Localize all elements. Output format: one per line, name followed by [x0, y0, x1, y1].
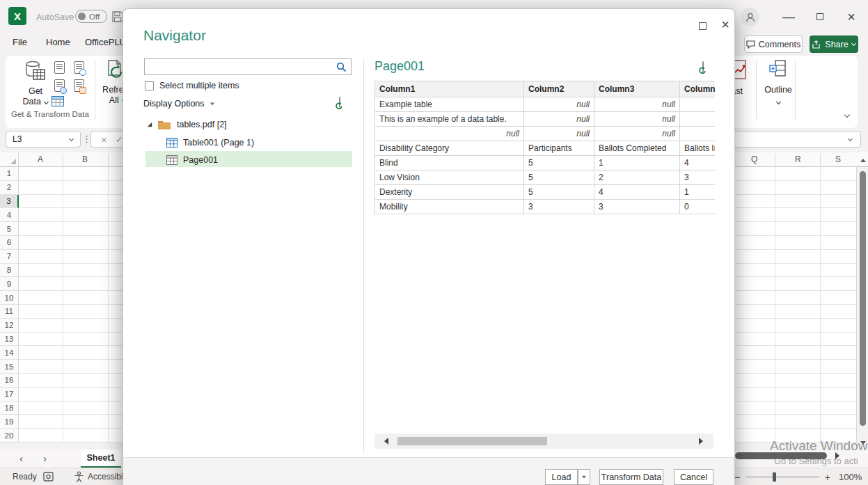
- row-header-19[interactable]: 19: [0, 415, 19, 429]
- maximize-button[interactable]: [810, 7, 830, 26]
- sheet-tab-sheet1[interactable]: Sheet1: [81, 450, 121, 468]
- row-header-18[interactable]: 18: [0, 401, 19, 415]
- preview-scroll-right-icon[interactable]: [699, 438, 703, 445]
- preview-scroll-left-icon[interactable]: [384, 438, 388, 445]
- zoom-level[interactable]: 100%: [839, 472, 862, 482]
- tree-expand-icon[interactable]: [148, 122, 152, 126]
- row-header-2[interactable]: 2: [0, 181, 19, 195]
- tab-file[interactable]: File: [13, 37, 27, 47]
- from-table-icon[interactable]: [52, 96, 64, 106]
- cancel-button[interactable]: Cancel: [674, 469, 713, 485]
- get-data-label-1: Get: [15, 86, 56, 96]
- dialog-maximize-button[interactable]: [694, 17, 711, 34]
- row-header-8[interactable]: 8: [0, 264, 19, 278]
- get-data-button[interactable]: Get Data: [15, 60, 56, 116]
- preview-horizontal-scrollbar[interactable]: [374, 434, 713, 449]
- column-header-b[interactable]: B: [82, 154, 88, 164]
- preview-scrollbar-thumb[interactable]: [397, 437, 547, 445]
- zoom-in-button[interactable]: +: [825, 472, 830, 483]
- tab-home[interactable]: Home: [46, 37, 70, 47]
- load-dropdown-button[interactable]: [578, 469, 590, 485]
- from-database-icon[interactable]: [74, 79, 84, 92]
- sheet-next-icon[interactable]: ›: [43, 452, 47, 464]
- tree-item-tables-pdf[interactable]: tables.pdf [2]: [147, 116, 227, 132]
- sheet-grid-left[interactable]: 1234567891011121314151617181920: [0, 167, 123, 443]
- ribbon-collapse-chevron-icon[interactable]: [844, 112, 850, 118]
- minimize-button[interactable]: —: [778, 7, 799, 26]
- row-header-1[interactable]: 1: [0, 167, 19, 181]
- scroll-up-icon[interactable]: [860, 159, 866, 162]
- column-header-q[interactable]: Q: [751, 154, 757, 164]
- zoom-control: − + 100%: [734, 468, 867, 485]
- zoom-out-button[interactable]: −: [734, 471, 741, 483]
- preview-row: Low Vision523: [375, 170, 716, 185]
- comments-label: Comments: [759, 40, 800, 49]
- folder-icon: [158, 120, 171, 129]
- column-header-r[interactable]: R: [795, 154, 801, 164]
- from-text-icon[interactable]: [54, 61, 65, 74]
- row-header-20[interactable]: 20: [0, 429, 19, 443]
- row-header-6[interactable]: 6: [0, 236, 19, 250]
- vertical-scrollbar[interactable]: [858, 154, 868, 450]
- search-icon[interactable]: [336, 62, 347, 72]
- display-options-dropdown[interactable]: Display Options: [143, 99, 215, 109]
- row-header-4[interactable]: 4: [0, 208, 19, 222]
- cancel-entry-icon[interactable]: ×: [101, 134, 107, 145]
- recent-sources-icon[interactable]: [74, 61, 84, 74]
- formula-bar-expand-chevron-icon[interactable]: [848, 136, 853, 141]
- vertical-scrollbar-thumb[interactable]: [860, 171, 866, 426]
- tree-item-table001[interactable]: Table001 (Page 1): [166, 134, 254, 150]
- preview-cell: Mobility: [375, 200, 524, 214]
- accessibility-icon[interactable]: [74, 471, 84, 482]
- user-avatar[interactable]: [741, 8, 759, 26]
- row-header-16[interactable]: 16: [0, 374, 19, 388]
- tree-item-page001[interactable]: Page001: [166, 152, 218, 168]
- name-box-chevron-icon[interactable]: [69, 136, 74, 141]
- transform-data-button[interactable]: Transform Data: [599, 469, 663, 485]
- outline-button[interactable]: Outline: [759, 60, 798, 116]
- status-accessibility[interactable]: Accessibility:: [88, 472, 123, 482]
- column-header-a[interactable]: A: [38, 154, 43, 164]
- row-header-5[interactable]: 5: [0, 222, 19, 236]
- row-header-17[interactable]: 17: [0, 388, 19, 401]
- row-header-14[interactable]: 14: [0, 346, 19, 360]
- load-button[interactable]: Load: [545, 469, 578, 485]
- navigator-search-input[interactable]: [149, 60, 336, 74]
- dialog-close-button[interactable]: ×: [716, 15, 734, 34]
- refresh-preview-icon[interactable]: [339, 97, 340, 107]
- row-header-13[interactable]: 13: [0, 333, 19, 347]
- excel-window: X AutoSave Off — × File Home OfficePLU C…: [0, 0, 868, 485]
- row-header-9[interactable]: 9: [0, 277, 19, 291]
- row-header-10[interactable]: 10: [0, 291, 19, 305]
- zoom-slider-thumb[interactable]: [773, 472, 776, 482]
- row-header-11[interactable]: 11: [0, 305, 19, 319]
- group-label-get-transform: Get & Transform Data: [11, 110, 89, 118]
- sheet-prev-icon[interactable]: ‹: [19, 452, 23, 464]
- row-header-15[interactable]: 15: [0, 360, 19, 374]
- row-header-12[interactable]: 12: [0, 319, 19, 333]
- row-header-7[interactable]: 7: [0, 250, 19, 264]
- select-all-corner[interactable]: [0, 152, 19, 166]
- tab-officeplus[interactable]: OfficePLU: [85, 37, 126, 47]
- refresh-table-icon[interactable]: [702, 62, 704, 72]
- navigator-dialog: × Navigator Select multiple items Displa…: [123, 8, 735, 485]
- select-multiple-label[interactable]: Select multiple items: [159, 81, 239, 90]
- macro-record-icon[interactable]: [43, 472, 54, 482]
- from-web-icon[interactable]: [54, 79, 65, 92]
- ribbon-divider: [95, 60, 95, 120]
- tree-item-label: Table001 (Page 1): [183, 138, 254, 148]
- sheet-grid-right[interactable]: [735, 167, 857, 443]
- row-header-3[interactable]: 3: [0, 195, 19, 209]
- autosave-toggle[interactable]: Off: [75, 10, 107, 23]
- name-box[interactable]: L3: [6, 131, 81, 148]
- display-options-chevron-icon: [210, 102, 214, 105]
- outline-icon: [769, 60, 787, 78]
- column-header-s[interactable]: S: [835, 154, 841, 164]
- outline-chevron-icon: [775, 100, 780, 104]
- select-multiple-checkbox[interactable]: [145, 81, 154, 90]
- zoom-slider[interactable]: [746, 477, 819, 477]
- comments-button[interactable]: Comments: [744, 35, 803, 53]
- share-button[interactable]: Share: [810, 35, 858, 53]
- close-button[interactable]: ×: [841, 7, 862, 26]
- navigator-search-box[interactable]: [144, 58, 352, 75]
